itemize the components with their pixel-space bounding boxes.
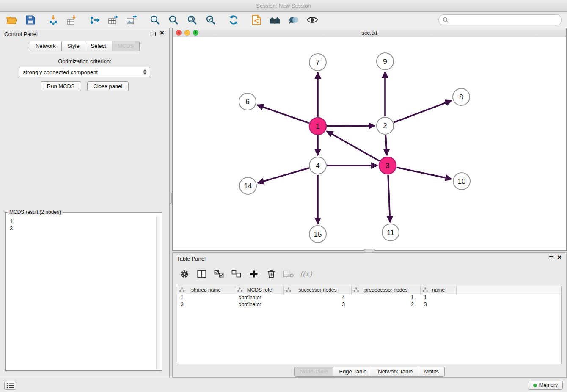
- row-filler: [457, 301, 561, 308]
- graph-node-10[interactable]: 10: [453, 173, 470, 190]
- float-table-panel-icon[interactable]: [549, 256, 553, 260]
- refresh-view-icon[interactable]: [228, 14, 239, 26]
- maximize-window-icon[interactable]: +: [193, 30, 198, 36]
- session-group: [6, 14, 36, 26]
- delete-table-icon[interactable]: [283, 268, 295, 280]
- application-window: Session: New Session: [0, 0, 567, 392]
- edge-3-1[interactable]: [327, 131, 380, 161]
- graph-node-6[interactable]: 6: [239, 93, 256, 110]
- open-document-share-icon[interactable]: [250, 14, 262, 26]
- edge-1-6[interactable]: [257, 105, 309, 123]
- tab-edge-table[interactable]: Edge Table: [333, 367, 372, 377]
- table-settings-gear-icon[interactable]: [179, 268, 190, 280]
- window-controls: × − +: [176, 30, 198, 36]
- close-table-panel-icon[interactable]: ×: [557, 254, 561, 261]
- table-cell: 3: [421, 301, 457, 308]
- svg-text:14: 14: [244, 182, 252, 190]
- minimize-window-icon[interactable]: −: [184, 30, 190, 36]
- edge-2-8[interactable]: [394, 101, 452, 123]
- tab-network[interactable]: Network: [30, 41, 62, 51]
- graph-node-2[interactable]: 2: [377, 117, 394, 134]
- zoom-selected-icon[interactable]: [205, 14, 217, 26]
- zoom-in-icon[interactable]: [149, 14, 161, 26]
- export-table-icon[interactable]: [107, 14, 119, 26]
- graph-node-4[interactable]: 4: [309, 157, 326, 174]
- svg-text:15: 15: [314, 230, 322, 238]
- edge-4-14[interactable]: [258, 168, 309, 183]
- mcds-result-title: MCDS result (2 nodes): [8, 209, 63, 215]
- tab-select[interactable]: Select: [85, 41, 112, 51]
- export-network-icon[interactable]: [89, 14, 101, 26]
- search-input[interactable]: [451, 17, 558, 23]
- table-cell: 3: [284, 301, 352, 308]
- export-group: [89, 14, 138, 26]
- result-scrollbar[interactable]: [156, 215, 162, 370]
- table-row[interactable]: 3dominator323: [177, 301, 561, 308]
- open-session-icon[interactable]: [6, 14, 18, 26]
- zoom-out-icon[interactable]: [168, 14, 179, 26]
- table-cell: 2: [352, 301, 421, 308]
- graph-node-14[interactable]: 14: [239, 177, 256, 194]
- import-group: [47, 14, 78, 26]
- table-header-row: shared nameMCDS rolesuccessor nodesprede…: [177, 286, 561, 294]
- edge-1-2[interactable]: [327, 126, 375, 126]
- network-overview-icon[interactable]: [269, 14, 281, 26]
- close-window-icon[interactable]: ×: [176, 30, 182, 36]
- optimization-criterion-select[interactable]: strongly connected component: [19, 67, 150, 77]
- tab-network-table[interactable]: Network Table: [372, 367, 418, 377]
- tab-mcds[interactable]: MCDS: [112, 41, 140, 51]
- import-network-icon[interactable]: [47, 14, 59, 26]
- edge-2-3[interactable]: [385, 135, 387, 155]
- mcds-result-value: 1: [10, 218, 158, 225]
- memory-button[interactable]: Memory: [528, 381, 563, 390]
- graph-node-7[interactable]: 7: [309, 54, 326, 71]
- vertical-splitter-handle[interactable]: [169, 193, 172, 204]
- criterion-value: strongly connected component: [23, 69, 98, 75]
- edge-3-11[interactable]: [388, 175, 390, 222]
- run-mcds-button[interactable]: Run MCDS: [41, 81, 81, 91]
- graph-node-11[interactable]: 11: [382, 224, 399, 241]
- table-row[interactable]: 1dominator411: [177, 294, 561, 301]
- search-box[interactable]: [438, 14, 562, 25]
- graph-node-8[interactable]: 8: [453, 88, 470, 105]
- tab-style[interactable]: Style: [61, 41, 85, 51]
- svg-text:11: 11: [387, 229, 394, 237]
- zoom-fit-icon[interactable]: [186, 14, 198, 26]
- add-column-icon[interactable]: [248, 268, 260, 280]
- svg-text:10: 10: [458, 177, 466, 185]
- select-all-rows-icon[interactable]: [213, 268, 225, 280]
- function-builder-icon[interactable]: f(x): [300, 268, 312, 280]
- graph-node-3[interactable]: 3: [379, 157, 396, 174]
- network-window-title: scc.txt: [362, 30, 377, 36]
- column-header-shared-name[interactable]: shared name: [177, 286, 235, 294]
- import-table-icon[interactable]: [66, 14, 78, 26]
- export-image-icon[interactable]: [126, 14, 138, 26]
- window-titlebar: Session: New Session: [0, 0, 567, 12]
- column-header-predecessor-nodes[interactable]: predecessor nodes: [352, 286, 421, 294]
- network-canvas[interactable]: 7968124314101511: [173, 37, 566, 250]
- deselect-all-rows-icon[interactable]: [231, 268, 242, 280]
- style-venn-icon[interactable]: [288, 14, 300, 26]
- close-panel-button[interactable]: Close panel: [87, 81, 129, 91]
- task-history-button[interactable]: [4, 381, 16, 390]
- svg-text:8: 8: [459, 93, 463, 101]
- horizontal-splitter-handle[interactable]: [364, 249, 375, 251]
- tab-node-table[interactable]: Node Table: [294, 367, 334, 377]
- column-header-successor-nodes[interactable]: successor nodes: [284, 286, 352, 294]
- column-sort-icon: [237, 287, 242, 293]
- edge-3-10[interactable]: [397, 168, 452, 179]
- column-header-mcds-role[interactable]: MCDS role: [235, 286, 284, 294]
- search-icon: [443, 17, 449, 23]
- graph-node-1[interactable]: 1: [309, 118, 326, 135]
- memory-status-icon: [533, 384, 537, 387]
- graph-node-9[interactable]: 9: [377, 53, 394, 70]
- close-panel-icon[interactable]: ×: [160, 29, 164, 37]
- save-session-icon[interactable]: [25, 14, 36, 26]
- delete-column-icon[interactable]: [265, 268, 277, 280]
- column-layout-icon[interactable]: [196, 268, 208, 280]
- graph-node-15[interactable]: 15: [309, 226, 326, 243]
- column-header-name[interactable]: name: [421, 286, 457, 294]
- tab-motifs[interactable]: Motifs: [418, 367, 445, 377]
- show-hide-graphics-icon[interactable]: [306, 14, 318, 26]
- float-panel-icon[interactable]: [151, 32, 156, 36]
